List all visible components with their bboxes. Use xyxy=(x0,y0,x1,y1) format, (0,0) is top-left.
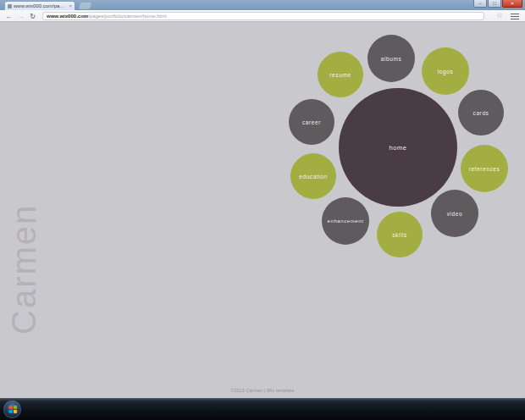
bookmark-star-icon[interactable]: ☆ xyxy=(496,11,503,19)
nav-circle-home[interactable]: home xyxy=(339,88,457,207)
nav-circle-video[interactable]: video xyxy=(431,190,478,237)
nav-circle-albums[interactable]: albums xyxy=(368,35,415,82)
nav-circle-resume[interactable]: resume xyxy=(318,52,363,97)
minimize-button[interactable]: – xyxy=(473,0,487,8)
url-path: /pages/portfolio/carmen/home.html xyxy=(88,14,166,19)
page-viewport: Carmen home albums logos cards reference… xyxy=(0,23,525,398)
maximize-button[interactable]: □ xyxy=(488,0,501,8)
nav-circle-education[interactable]: education xyxy=(290,153,336,199)
tab-close-icon[interactable]: × xyxy=(69,3,72,8)
new-tab-button[interactable] xyxy=(79,3,92,9)
page-footer: ©2013 Carmen | Wix template xyxy=(0,388,525,393)
close-button[interactable]: × xyxy=(502,0,522,8)
nav-circle-skills[interactable]: skills xyxy=(377,212,423,257)
browser-toolbar: ← → ↻ www.wix000.com/pages/portfolio/car… xyxy=(0,10,525,22)
nav-circle-cards[interactable]: cards xyxy=(458,90,504,135)
watermark-name: Carmen xyxy=(5,204,43,334)
reload-icon[interactable]: ↻ xyxy=(28,12,37,21)
screen: www.wix000.com/page... × – □ × ← → ↻ www… xyxy=(0,0,525,420)
nav-circle-logos[interactable]: logos xyxy=(422,47,469,95)
tab-title: www.wix000.com/page... xyxy=(14,3,67,8)
start-button[interactable] xyxy=(3,401,21,418)
chrome-menu-icon[interactable] xyxy=(511,14,519,19)
browser-titlebar: www.wix000.com/page... × – □ × xyxy=(0,0,525,10)
window-controls: – □ × xyxy=(473,0,522,8)
tab-favicon-icon xyxy=(8,4,12,8)
url-domain: www.wix000.com xyxy=(47,14,88,19)
forward-icon[interactable]: → xyxy=(16,12,25,21)
address-bar[interactable]: www.wix000.com/pages/portfolio/carmen/ho… xyxy=(42,12,484,20)
back-icon[interactable]: ← xyxy=(4,12,14,21)
nav-circle-career[interactable]: career xyxy=(289,99,334,145)
taskbar: e W Ps Fc 2:40 PM 4/12/201 xyxy=(0,398,525,420)
windows-flag-icon xyxy=(8,406,17,414)
nav-circle-enhancement[interactable]: enhancement xyxy=(322,197,369,245)
browser-tab[interactable]: www.wix000.com/page... × xyxy=(4,1,75,10)
nav-circle-references[interactable]: references xyxy=(461,145,508,192)
